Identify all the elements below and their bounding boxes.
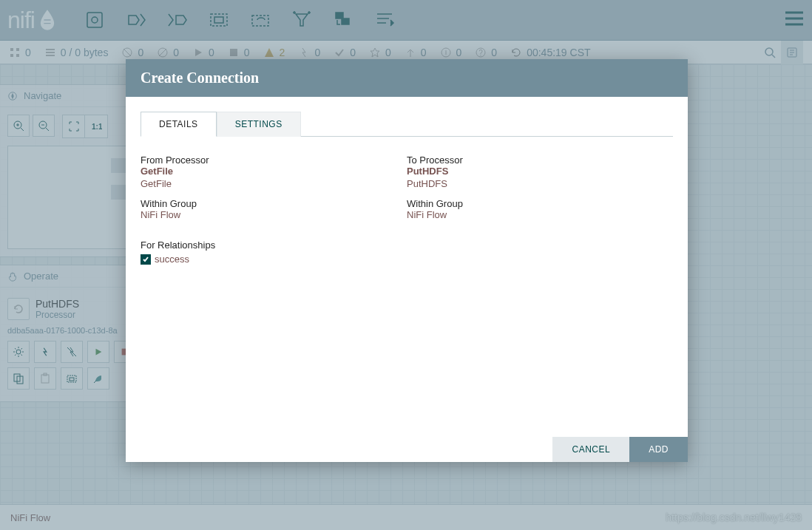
tab-settings[interactable]: SETTINGS: [217, 112, 301, 137]
from-processor-label: From Processor: [141, 154, 407, 166]
from-group-label: Within Group: [141, 198, 407, 209]
to-processor-name: PutHDFS: [407, 166, 673, 178]
to-group-label: Within Group: [407, 198, 673, 209]
relationships-label: For Relationships: [141, 239, 407, 251]
dialog-title: Create Connection: [126, 59, 688, 97]
to-processor-type: PutHDFS: [407, 178, 673, 191]
dialog-tabs: DETAILS SETTINGS: [141, 112, 673, 137]
to-group-name: NiFi Flow: [407, 209, 673, 222]
from-column: From Processor GetFile GetFile Within Gr…: [141, 147, 407, 266]
relationship-item: success: [141, 254, 407, 266]
relationship-name: success: [155, 254, 189, 266]
from-processor-name: GetFile: [141, 166, 407, 178]
tab-details[interactable]: DETAILS: [141, 112, 217, 137]
to-processor-label: To Processor: [407, 154, 673, 166]
cancel-button[interactable]: CANCEL: [552, 437, 629, 462]
relationship-checkbox[interactable]: [141, 254, 151, 265]
add-button[interactable]: ADD: [629, 437, 688, 462]
from-processor-type: GetFile: [141, 178, 407, 191]
to-column: To Processor PutHDFS PutHDFS Within Grou…: [407, 147, 673, 266]
create-connection-dialog: Create Connection DETAILS SETTINGS From …: [126, 59, 688, 462]
from-group-name: NiFi Flow: [141, 209, 407, 222]
